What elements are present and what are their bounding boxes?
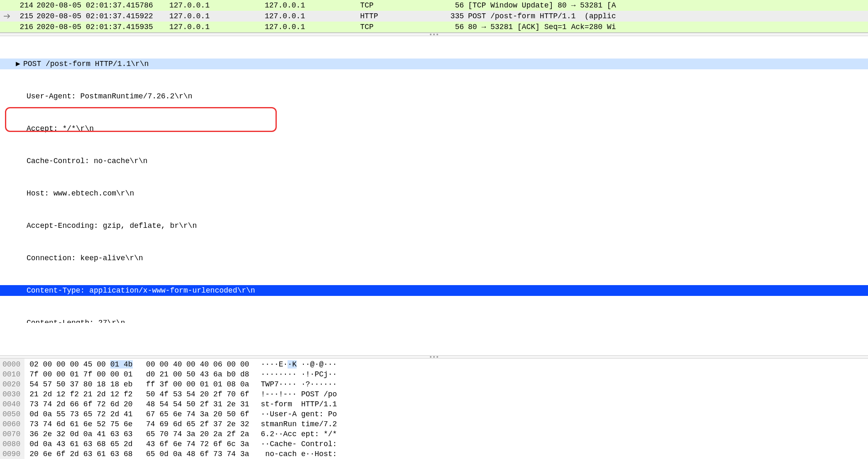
packet-src: 127.0.0.1 bbox=[169, 11, 265, 22]
packet-no: 216 bbox=[13, 22, 37, 32]
horizontal-splitter[interactable] bbox=[0, 355, 868, 359]
tree-item-content-type[interactable]: Content-Type: application/x-www-form-url… bbox=[0, 285, 868, 296]
tree-label: Content-Length: 27\r\n bbox=[27, 319, 125, 323]
tree-item-host[interactable]: Host: www.ebtech.com\r\n bbox=[0, 188, 868, 199]
tree-item-accept-encoding[interactable]: Accept-Encoding: gzip, deflate, br\r\n bbox=[0, 220, 868, 231]
packet-dst: 127.0.0.1 bbox=[265, 11, 360, 22]
packet-dst: 127.0.0.1 bbox=[265, 0, 360, 11]
packet-list: 214 2020-08-05 02:01:37.415786 127.0.0.1… bbox=[0, 0, 868, 33]
current-row-arrow-icon bbox=[2, 11, 13, 22]
tree-item-accept[interactable]: Accept: */*\r\n bbox=[0, 123, 868, 134]
packet-len: 335 bbox=[443, 11, 468, 22]
horizontal-splitter[interactable] bbox=[0, 33, 868, 36]
tree-label: Content-Type: application/x-www-form-url… bbox=[27, 286, 255, 295]
tree-label: POST /post-form HTTP/1.1\r\n bbox=[23, 60, 149, 68]
packet-dst: 127.0.0.1 bbox=[265, 22, 360, 32]
packet-time: 2020-08-05 02:01:37.415786 bbox=[37, 0, 169, 11]
expand-arrow-icon[interactable]: ▶ bbox=[16, 59, 23, 69]
tree-item-cache-control[interactable]: Cache-Control: no-cache\r\n bbox=[0, 156, 868, 166]
packet-info: POST /post-form HTTP/1.1 (applic bbox=[468, 11, 866, 22]
packet-proto: HTTP bbox=[360, 11, 443, 22]
packet-src: 127.0.0.1 bbox=[169, 0, 265, 11]
tree-item-user-agent[interactable]: User-Agent: PostmanRuntime/7.26.2\r\n bbox=[0, 91, 868, 102]
packet-src: 127.0.0.1 bbox=[169, 22, 265, 32]
packet-info: 80 → 53281 [ACK] Seq=1 Ack=280 Wi bbox=[468, 22, 866, 32]
packet-proto: TCP bbox=[360, 22, 443, 32]
tree-item-content-length[interactable]: Content-Length: 27\r\n bbox=[0, 317, 868, 323]
packet-row[interactable]: 216 2020-08-05 02:01:37.415935 127.0.0.1… bbox=[0, 22, 868, 32]
row-marker bbox=[2, 0, 13, 11]
row-marker bbox=[2, 22, 13, 32]
packet-len: 56 bbox=[443, 0, 468, 11]
tree-label: Accept: */*\r\n bbox=[27, 125, 94, 133]
hex-offsets-column: 0000 0010 0020 0030 0040 0050 0060 0070 … bbox=[0, 359, 24, 459]
packet-no: 215 bbox=[13, 11, 37, 22]
tree-item-connection[interactable]: Connection: keep-alive\r\n bbox=[0, 253, 868, 264]
tree-label: Host: www.ebtech.com\r\n bbox=[27, 189, 134, 198]
tree-item-post-line[interactable]: ▶POST /post-form HTTP/1.1\r\n bbox=[0, 59, 868, 69]
packet-row[interactable]: 215 2020-08-05 02:01:37.415922 127.0.0.1… bbox=[0, 11, 868, 22]
packet-time: 2020-08-05 02:01:37.415922 bbox=[37, 11, 169, 22]
hex-ascii-column[interactable]: ····E··K ··@·@··········· ·!·PCj··TWP7··… bbox=[249, 359, 337, 459]
hex-bytes-column[interactable]: 02 00 00 00 45 00 01 4b 00 00 40 00 40 0… bbox=[24, 359, 249, 459]
tree-label: User-Agent: PostmanRuntime/7.26.2\r\n bbox=[27, 92, 193, 100]
packet-no: 214 bbox=[13, 0, 37, 11]
packet-info: [TCP Window Update] 80 → 53281 [A bbox=[468, 0, 866, 11]
packet-time: 2020-08-05 02:01:37.415935 bbox=[37, 22, 169, 32]
tree-label: Connection: keep-alive\r\n bbox=[27, 254, 143, 262]
packet-details-tree: ▶POST /post-form HTTP/1.1\r\n User-Agent… bbox=[0, 36, 868, 355]
packet-proto: TCP bbox=[360, 0, 443, 11]
hex-dump-pane: 0000 0010 0020 0030 0040 0050 0060 0070 … bbox=[0, 359, 868, 459]
packet-row[interactable]: 214 2020-08-05 02:01:37.415786 127.0.0.1… bbox=[0, 0, 868, 11]
tree-label: Cache-Control: no-cache\r\n bbox=[27, 157, 148, 165]
tree-label: Accept-Encoding: gzip, deflate, br\r\n bbox=[27, 222, 197, 230]
packet-len: 56 bbox=[443, 22, 468, 32]
